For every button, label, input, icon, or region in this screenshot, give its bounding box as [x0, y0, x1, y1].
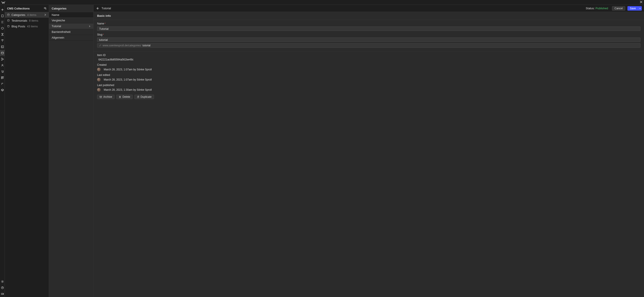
item-row[interactable]: Vergleiche: [49, 18, 93, 24]
edited-value: March 28, 2023, 1:07am by Sönke Sproll: [102, 78, 152, 81]
slug-label: Slug*: [97, 33, 640, 36]
svg-point-9: [2, 72, 2, 72]
slug-url-preview: www.soenkesproll.de/categories/tutorial: [97, 43, 640, 48]
svg-point-10: [3, 72, 3, 72]
archive-button[interactable]: Archive: [97, 95, 114, 99]
status-label: Status: Published: [586, 6, 610, 10]
close-icon[interactable]: [640, 0, 643, 4]
collection-row[interactable]: Categories 4 items: [5, 12, 49, 18]
delete-button[interactable]: Delete: [116, 95, 133, 99]
svg-point-19: [8, 20, 9, 20]
back-arrow-icon[interactable]: [96, 6, 99, 10]
detail-panel: Tutorial Status: Published Cancel Save B…: [94, 5, 644, 297]
svg-point-7: [3, 59, 4, 60]
duplicate-button[interactable]: Duplicate: [134, 95, 154, 99]
item-id-label: Item ID: [97, 54, 640, 57]
cancel-button[interactable]: Cancel: [612, 6, 625, 10]
svg-point-17: [44, 7, 46, 8]
name-input[interactable]: [97, 26, 640, 31]
collections-panel: CMS Collections Categories 4 items Testi…: [5, 5, 49, 297]
tool-rail: [0, 5, 5, 297]
svg-point-1: [2, 40, 2, 40]
edited-label: Last edited: [97, 74, 640, 76]
rail-pages-icon[interactable]: [0, 13, 5, 19]
database-icon: [7, 25, 10, 28]
item-id-value: 642221ac8b85594a562be49c: [97, 58, 640, 61]
slug-input[interactable]: [97, 38, 640, 42]
published-value: March 28, 2023, 1:30am by Sönke Sproll: [102, 88, 152, 91]
items-panel: Categories Name VergleicheTutorialBarrie…: [49, 5, 94, 297]
collections-title: CMS Collections: [7, 7, 30, 10]
collection-row[interactable]: Blog Posts 43 items: [5, 24, 49, 29]
avatar: [97, 78, 101, 82]
rail-styles-icon[interactable]: [0, 38, 5, 44]
item-row[interactable]: Barrierefreiheit: [49, 29, 93, 35]
detail-header: Tutorial Status: Published Cancel Save: [94, 5, 644, 12]
rail-finsweet-icon[interactable]: [0, 81, 5, 87]
svg-rect-0: [2, 15, 3, 17]
svg-rect-22: [137, 96, 138, 98]
svg-point-20: [8, 26, 9, 26]
item-name: Tutorial: [52, 24, 61, 28]
svg-rect-12: [3, 76, 4, 78]
rail-cube-icon[interactable]: [0, 87, 5, 93]
rail-apps-icon[interactable]: [0, 74, 5, 81]
item-name: Barrierefreiheit: [52, 30, 70, 34]
items-column-header: Name: [49, 12, 93, 18]
database-icon: [7, 19, 10, 22]
app-logo-icon: [1, 0, 5, 4]
rail-add-icon[interactable]: [0, 6, 5, 13]
items-panel-title: Categories: [49, 5, 93, 12]
rail-variables-icon[interactable]: [0, 31, 5, 38]
item-row[interactable]: Allgemein: [49, 35, 93, 40]
item-name: Vergleiche: [52, 19, 65, 22]
item-name: Allgemein: [52, 36, 64, 39]
rail-ecommerce-icon[interactable]: [0, 68, 5, 74]
collection-name: Testimonials: [12, 19, 27, 22]
rail-users-icon[interactable]: [0, 62, 5, 68]
rail-cms-icon[interactable]: [0, 50, 5, 56]
top-bar: [0, 0, 644, 5]
svg-rect-11: [1, 76, 2, 78]
svg-rect-13: [1, 78, 2, 79]
avatar: [97, 68, 101, 71]
save-button[interactable]: Save: [628, 6, 638, 10]
created-label: Created: [97, 63, 640, 66]
rail-navigator-icon[interactable]: [0, 19, 5, 25]
collection-count: 4 items: [27, 13, 36, 16]
item-row[interactable]: Tutorial: [49, 24, 93, 29]
svg-point-5: [1, 58, 2, 59]
svg-point-8: [2, 64, 3, 66]
collection-count: 43 items: [27, 25, 38, 28]
add-collection-icon[interactable]: [44, 6, 46, 10]
published-label: Last published: [97, 84, 640, 87]
svg-rect-16: [1, 293, 3, 294]
svg-rect-21: [100, 96, 102, 97]
rail-video-icon[interactable]: [0, 291, 5, 297]
rail-assets-icon[interactable]: [0, 44, 5, 50]
rail-settings-icon[interactable]: [0, 278, 5, 285]
svg-point-14: [2, 281, 3, 282]
svg-point-2: [2, 40, 3, 40]
svg-point-18: [8, 14, 9, 14]
svg-point-4: [1, 52, 4, 53]
collection-name: Categories: [12, 13, 26, 16]
link-icon: [99, 44, 101, 46]
rail-components-icon[interactable]: [0, 25, 5, 31]
collection-name: Blog Posts: [12, 25, 25, 28]
collection-count: 8 items: [29, 19, 38, 22]
rail-help-icon[interactable]: [0, 285, 5, 291]
status-value: Published: [596, 6, 608, 10]
section-basic-info: Basic info: [94, 12, 644, 20]
detail-title: Tutorial: [102, 6, 111, 10]
rail-logic-icon[interactable]: [0, 56, 5, 62]
svg-point-6: [1, 60, 2, 60]
collection-row[interactable]: Testimonials 8 items: [5, 18, 49, 24]
trash-icon: [119, 96, 121, 98]
created-value: March 28, 2023, 1:07am by Sönke Sproll: [102, 68, 152, 71]
database-icon: [7, 14, 10, 16]
archive-icon: [100, 96, 102, 98]
save-dropdown-icon[interactable]: [638, 6, 642, 10]
chevron-right-icon: [88, 25, 91, 27]
copy-icon: [137, 96, 139, 98]
